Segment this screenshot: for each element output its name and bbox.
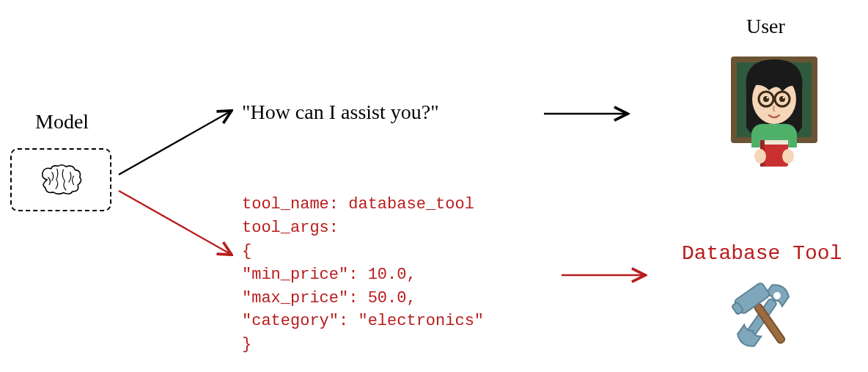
tool-call-block: tool_name: database_tool tool_args: { "m… — [242, 193, 484, 357]
svg-rect-12 — [765, 140, 788, 145]
arrow-toolcall-to-dbtool — [557, 264, 652, 286]
assistant-prompt-text: "How can I assist you?" — [242, 101, 439, 124]
arrow-prompt-to-user — [540, 103, 635, 125]
svg-point-9 — [783, 97, 785, 99]
svg-point-14 — [782, 149, 794, 164]
hammer-wrench-icon — [721, 275, 806, 356]
teacher-avatar-icon — [722, 46, 826, 169]
brain-icon — [37, 162, 84, 197]
svg-line-20 — [119, 112, 230, 175]
svg-point-8 — [767, 97, 769, 99]
arrow-model-to-prompt — [114, 101, 239, 182]
arrow-model-to-toolcall — [114, 183, 239, 264]
svg-line-22 — [119, 191, 230, 254]
user-label: User — [746, 15, 785, 38]
model-box — [10, 148, 111, 211]
svg-point-13 — [754, 149, 766, 164]
model-label: Model — [35, 110, 89, 134]
database-tool-label: Database Tool — [682, 242, 842, 265]
